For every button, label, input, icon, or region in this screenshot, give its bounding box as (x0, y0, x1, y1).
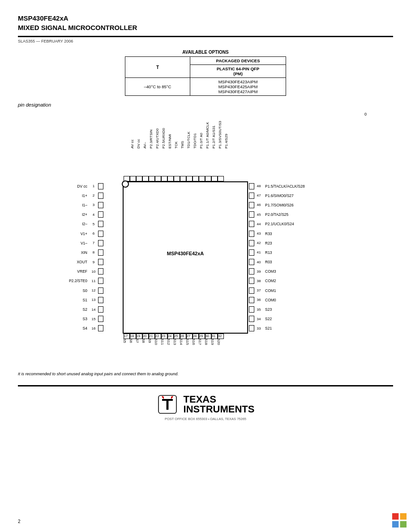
right-pin-box (249, 202, 254, 208)
right-pin-label: P2.0/TA2/S25 (263, 212, 288, 217)
bottom-pin-number: 24 (167, 334, 173, 338)
right-pin-label: R13 (263, 250, 272, 255)
bottom-pin-label: S17 (198, 339, 204, 345)
right-pin-row: 40R03 (249, 257, 305, 267)
right-pins: 48P1.5/TACLK/ACLK/S2847P1.6/SIMO0/S2746P… (249, 181, 305, 333)
bottom-pin-number: 23 (160, 334, 167, 338)
t-col-header: T (125, 57, 190, 78)
bottom-pin-label: S9 (148, 339, 154, 345)
left-pin-number: 4 (89, 213, 98, 217)
top-pin-label: AV– (143, 121, 149, 149)
svg-rect-1 (392, 513, 398, 519)
footer-address: POST OFFICE BOX 655303 • DALLAS, TEXAS 7… (165, 417, 246, 421)
right-pin-box (249, 259, 254, 265)
left-pin-row: I2–5 (44, 219, 103, 229)
left-pin-label: S0 (44, 288, 89, 293)
left-pin-row: I1+2 (44, 191, 103, 200)
bottom-pin-label: S12 (167, 339, 173, 345)
top-pin-square (199, 176, 205, 181)
options-table: T PACKAGED DEVICES PLASTIC 64-PIN QFP (P… (125, 56, 286, 96)
right-pin-row: 44P2.1/UCLK0/S24 (249, 219, 305, 229)
footer-rule-top (18, 385, 393, 386)
top-pin-label: TDO/TD1 (193, 121, 199, 149)
left-pin-box (98, 259, 103, 265)
bottom-pin-number: 22 (154, 334, 160, 338)
ti-logo-area: TEXAS INSTRUMENTS (157, 394, 255, 415)
top-pin-square (161, 176, 167, 181)
page-number: 2 (18, 519, 21, 524)
right-pin-label: R03 (263, 260, 272, 264)
right-pin-label: S23 (263, 307, 272, 312)
ti-texas-label: TEXAS (184, 395, 255, 404)
device-1: MSP430FE423AIPM (194, 79, 282, 84)
right-pin-label: R33 (263, 232, 272, 236)
right-pin-number: 38 (254, 279, 263, 283)
bottom-pin-label: S16 (192, 339, 198, 345)
left-pin-row: XOUT9 (44, 257, 103, 267)
right-pin-box (249, 221, 254, 227)
top-rule (18, 36, 393, 37)
right-pin-row: 47P1.6/SIMO0/S27 (249, 191, 305, 200)
top-pin-square (180, 176, 186, 181)
bottom-pin-number: 26 (179, 334, 185, 338)
left-pin-row: VREF10 (44, 267, 103, 276)
bottom-pin-label: S7 (135, 339, 141, 345)
left-pin-box (98, 287, 103, 294)
left-pin-label: I2– (44, 222, 89, 226)
right-pin-row: 33S21 (249, 324, 305, 333)
left-pin-box (98, 278, 103, 284)
right-pin-box (249, 193, 254, 199)
title-line1: MSP430FE42xA (18, 13, 393, 23)
right-pin-number: 42 (254, 241, 263, 245)
doc-title: MSP430FE42xA MIXED SIGNAL MICROCONTROLLE… (18, 13, 393, 32)
bottom-pin-number: 29 (198, 334, 204, 338)
left-pin-number: 12 (89, 288, 98, 292)
top-pin-square (205, 176, 211, 181)
bottom-pin-number: 31 (210, 334, 217, 338)
right-pin-row: 46P1.7/SOMI0/S26 (249, 200, 305, 210)
right-pin-label: COM1 (263, 288, 276, 293)
left-pin-row: I2+4 (44, 210, 103, 219)
left-pin-box (98, 249, 103, 256)
top-pin-label: TD1/TCLK (187, 121, 193, 149)
top-pin-label: P2.4/UTXD0 (155, 121, 162, 149)
left-pin-number: 15 (89, 317, 98, 321)
right-pin-number: 44 (254, 222, 263, 226)
left-pin-number: 2 (89, 193, 98, 197)
temp-range-cell: –40°C to 85°C (125, 78, 190, 96)
ic-diagram: 0 AV ccDV ccAV–P2.3/RTSINP2.4/UTXD0P2.5/… (44, 112, 367, 367)
bottom-pin-number: 20 (141, 334, 148, 338)
bottom-pin-label: S5 (123, 339, 129, 345)
right-pin-label: S22 (263, 317, 272, 321)
top-pin-square (193, 176, 199, 181)
left-pin-box (98, 211, 103, 218)
bottom-pin-label: S14 (179, 339, 185, 345)
pin-designation-label: pin designation (18, 102, 393, 107)
right-pin-number: 34 (254, 317, 263, 321)
ic-notch (122, 180, 129, 188)
note-text: It is recommended to short unused analog… (18, 372, 393, 376)
left-pin-label: S4 (44, 326, 89, 330)
right-pin-number: 48 (254, 184, 263, 188)
left-pin-label: XOUT (44, 260, 89, 264)
bottom-pin-number: 18 (129, 334, 135, 338)
bottom-pin-labels: S5S6S7S8S9S10S11S12S13S14S15S16S17S18S19… (123, 339, 223, 345)
top-pin-square (155, 176, 161, 181)
right-pin-number: 47 (254, 193, 263, 197)
left-pin-box (98, 183, 103, 189)
right-pin-number: 37 (254, 288, 263, 292)
devices-cell: MSP430FE423AIPM MSP430FE425AIPM MSP430FE… (190, 78, 286, 96)
left-pin-row: S214 (44, 305, 103, 314)
right-pin-box (249, 306, 254, 313)
left-pin-box (98, 221, 103, 227)
bottom-pin-label: S8 (141, 339, 148, 345)
footer: TEXAS INSTRUMENTS POST OFFICE BOX 655303… (18, 389, 393, 423)
left-pin-number: 14 (89, 308, 98, 312)
title-line2: MIXED SIGNAL MICROCONTROLLER (18, 23, 393, 32)
left-pin-number: 1 (89, 184, 98, 188)
right-pin-row: 35S23 (249, 305, 305, 314)
bottom-pin-label: S13 (173, 339, 179, 345)
bottom-pin-label: S10 (154, 339, 160, 345)
left-pin-number: 3 (89, 203, 98, 207)
bottom-pin-number: 27 (185, 334, 192, 338)
